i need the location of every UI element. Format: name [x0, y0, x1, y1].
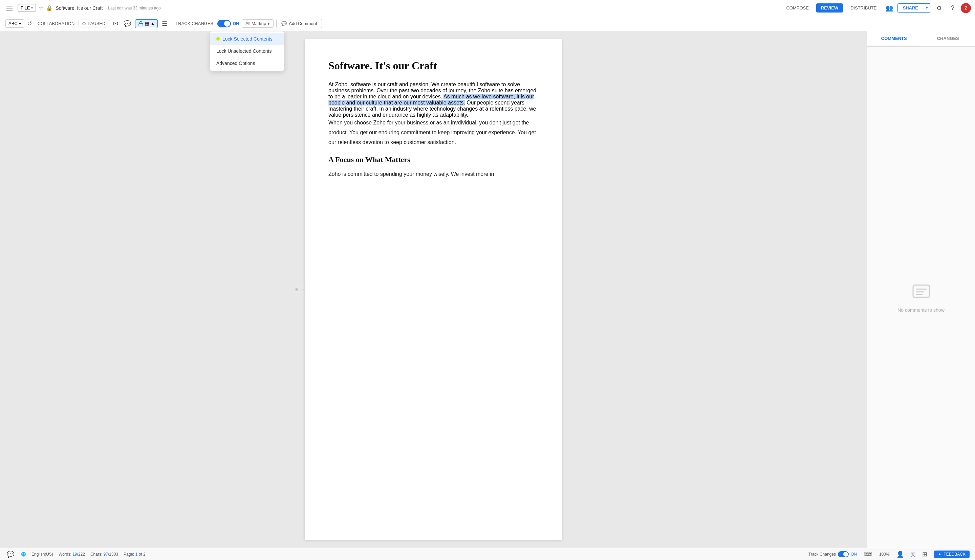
comments-count: (0)	[911, 552, 916, 557]
doc-area[interactable]: Software. It's our Craft ⊞ ≡ At Zoho, so…	[0, 31, 867, 548]
comments-status-icon[interactable]: 💬	[5, 549, 15, 559]
lock-dropdown-menu: Lock Selected Contents Lock Unselected C…	[210, 31, 284, 71]
spell-check-button[interactable]: ABC ▾	[5, 19, 24, 28]
help-icon[interactable]: ?	[947, 3, 958, 13]
file-label: FILE	[21, 5, 30, 10]
para-handle-list-icon: ≡	[301, 287, 306, 292]
share-dropdown-icon[interactable]: ▾	[923, 4, 931, 12]
comment-plus-icon: 💬	[281, 21, 287, 26]
advanced-options-label: Advanced Options	[216, 60, 255, 66]
share-button[interactable]: SHARE	[898, 4, 923, 12]
no-comments-icon	[910, 282, 932, 303]
lock-dropdown-button[interactable]: ▦ ▲	[135, 19, 158, 28]
language-text[interactable]: English(US)	[32, 552, 53, 557]
settings-icon[interactable]: ⚙	[934, 3, 945, 13]
toggle-on-label: ON	[233, 21, 239, 26]
file-menu-button[interactable]: FILE ▾	[18, 4, 36, 12]
status-track-label: Track Changes	[808, 552, 836, 557]
compose-tab[interactable]: COMPOSE	[781, 3, 813, 13]
chars-current: 97	[104, 552, 108, 557]
words-current: 19	[72, 552, 77, 557]
list-view-icon[interactable]: ☰	[161, 18, 169, 29]
doc-heading: Software. It's our Craft	[328, 60, 538, 72]
words-label: Words: 19/222	[59, 552, 85, 557]
chars-label: Chars: 97/1303	[90, 552, 118, 557]
language-icon: 🌐	[21, 552, 26, 557]
highlight-dot-icon	[216, 37, 220, 41]
status-track-changes: Track Changes ON	[808, 551, 857, 557]
collaboration-users-icon[interactable]: 👥	[884, 3, 895, 13]
doc-paragraph-2: When you choose Zoho for your business o…	[328, 118, 538, 147]
doc-paper: Software. It's our Craft ⊞ ≡ At Zoho, so…	[305, 39, 562, 540]
avatar[interactable]: Z	[961, 3, 971, 13]
top-nav: FILE ▾ ☆ 🔒 Software. It's our Craft Last…	[0, 0, 975, 16]
add-comment-button[interactable]: 💬 Add Comment	[276, 19, 322, 28]
paused-dot-icon	[82, 22, 86, 25]
user-presence-icon[interactable]: 👤	[895, 549, 905, 559]
status-right: Track Changes ON ⌨ 100% 👤 (0) ⊞ ✦ FEEDBA…	[808, 549, 970, 559]
lock-rows-icon: ▦	[145, 21, 149, 26]
of-label: of 2	[139, 552, 145, 557]
status-bar: 💬 🌐 English(US) Words: 19/222 Chars: 97/…	[0, 548, 975, 560]
share-button-group: SHARE ▾	[898, 3, 931, 13]
doc-title: Software. It's our Craft	[55, 5, 102, 11]
paused-label: PAUSED	[88, 21, 105, 26]
panel-content: No comments to show	[867, 47, 975, 548]
markup-chevron: ▾	[268, 21, 270, 26]
markup-dropdown-button[interactable]: All Markup ▾	[242, 19, 274, 28]
status-track-toggle[interactable]	[838, 551, 849, 557]
spell-check-chevron: ▾	[19, 21, 21, 26]
last-edit-text: Last edit was 33 minutes ago	[108, 6, 161, 10]
track-changes-toggle[interactable]	[217, 20, 231, 27]
keyboard-icon[interactable]: ⌨	[862, 549, 874, 559]
no-comments-text: No comments to show	[898, 307, 945, 313]
feedback-icon: ✦	[938, 552, 942, 557]
svg-rect-0	[139, 23, 143, 26]
zoom-level[interactable]: 100%	[879, 552, 890, 557]
favorite-star-icon[interactable]: ☆	[38, 5, 43, 11]
grid-view-icon[interactable]: ⊞	[921, 549, 929, 559]
advanced-options-item[interactable]: Advanced Options	[210, 57, 284, 69]
doc-paragraph-3: Zoho is committed to spending your money…	[328, 169, 538, 179]
feedback-label: FEEDBACK	[943, 552, 965, 557]
changes-tab[interactable]: CHANGES	[921, 31, 975, 46]
review-tab[interactable]: REVIEW	[816, 3, 843, 13]
chat-icon[interactable]: 💬	[122, 18, 132, 29]
para-handle-grid-icon: ⊞	[294, 287, 299, 292]
lock-dropdown-chevron: ▲	[151, 21, 155, 26]
para-handle[interactable]: ⊞ ≡	[294, 287, 306, 292]
paused-button[interactable]: PAUSED	[79, 20, 109, 27]
doc-subheading: A Focus on What Matters	[328, 155, 538, 164]
right-panel: COMMENTS CHANGES No comments to show	[867, 31, 975, 548]
collaboration-label: COLLABORATION:	[38, 21, 76, 26]
page-current: 1	[135, 552, 138, 557]
lock-unselected-label: Lock Unselected Contents	[216, 48, 271, 54]
feedback-button[interactable]: ✦ FEEDBACK	[934, 550, 970, 558]
track-changes-toggle-wrap: ON	[217, 20, 239, 27]
page-label: Page: 1 of 2	[124, 552, 145, 557]
chars-total: 1303	[109, 552, 118, 557]
hamburger-menu[interactable]	[4, 3, 15, 13]
main-area: Software. It's our Craft ⊞ ≡ At Zoho, so…	[0, 31, 975, 548]
svg-rect-1	[913, 285, 929, 297]
panel-tabs: COMMENTS CHANGES	[867, 31, 975, 47]
history-icon[interactable]: ↺	[27, 20, 32, 27]
markup-label: All Markup	[246, 21, 266, 26]
lock-contents-icon	[138, 21, 144, 27]
track-changes-label: TRACK CHANGES:	[176, 21, 215, 26]
add-comment-label: Add Comment	[289, 21, 317, 26]
status-left: 💬 🌐 English(US) Words: 19/222 Chars: 97/…	[5, 549, 145, 559]
lock-selected-label: Lock Selected Contents	[222, 36, 273, 42]
email-icon[interactable]: ✉	[112, 18, 119, 29]
distribute-tab[interactable]: DISTRIBUTE	[846, 3, 881, 13]
lock-icon[interactable]: 🔒	[46, 5, 53, 11]
words-total: 222	[78, 552, 85, 557]
file-chevron-icon: ▾	[31, 6, 33, 10]
spell-check-icon: ABC	[8, 21, 18, 26]
status-track-on: ON	[851, 552, 857, 557]
toolbar: ABC ▾ ↺ COLLABORATION: PAUSED ✉ 💬 ▦ ▲ ☰ …	[0, 16, 975, 31]
comments-tab[interactable]: COMMENTS	[867, 31, 921, 46]
lock-selected-contents-item[interactable]: Lock Selected Contents	[210, 33, 284, 45]
lock-unselected-contents-item[interactable]: Lock Unselected Contents	[210, 45, 284, 57]
